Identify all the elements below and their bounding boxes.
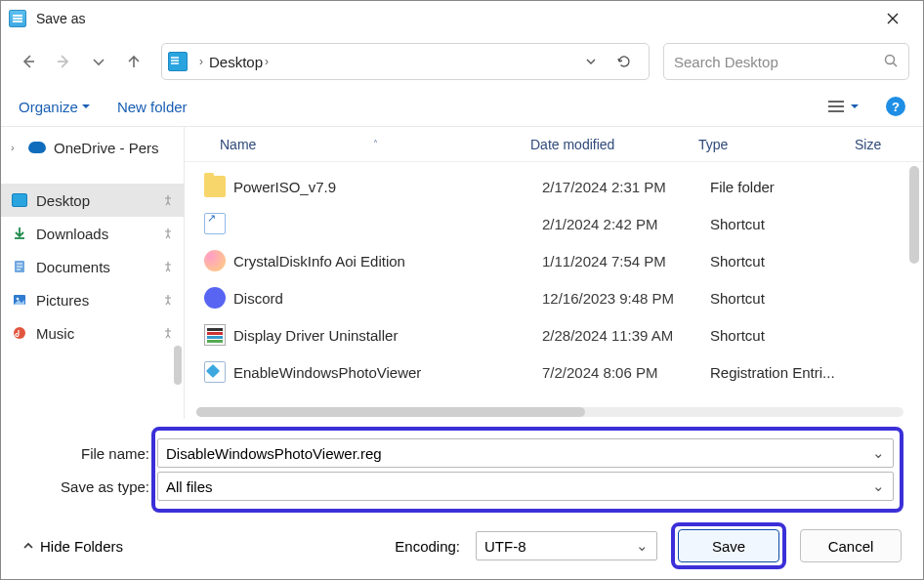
arrow-up-icon	[126, 54, 142, 69]
sidebar-scrollbar[interactable]	[174, 346, 182, 385]
discord-icon	[204, 287, 226, 309]
sidebar-item-onedrive[interactable]: › OneDrive - Pers	[1, 131, 184, 164]
breadcrumb[interactable]: Desktop	[209, 54, 263, 70]
cancel-button[interactable]: Cancel	[800, 529, 902, 562]
sidebar-item-label: Documents	[36, 259, 110, 275]
column-headers[interactable]: Name˄ Date modified Type Size	[185, 127, 923, 162]
search-input[interactable]: Search Desktop	[663, 43, 909, 80]
file-type: Registration Entri...	[710, 364, 866, 381]
file-type: Shortcut	[710, 327, 866, 344]
list-view-icon	[827, 100, 845, 113]
help-button[interactable]: ?	[886, 97, 905, 116]
arrow-left-icon	[21, 54, 36, 69]
pictures-icon	[11, 291, 28, 309]
filename-value: DisableWindowsPhotoViewer.reg	[166, 445, 382, 462]
sidebar-item-downloads[interactable]: Downloads	[1, 217, 184, 250]
sidebar-item-documents[interactable]: Documents	[1, 250, 184, 283]
saveastype-label: Save as type:	[15, 478, 157, 495]
recent-button[interactable]	[85, 48, 112, 75]
search-placeholder: Search Desktop	[674, 54, 778, 70]
sidebar-item-label: Music	[36, 325, 74, 342]
file-date: 7/2/2024 8:06 PM	[542, 364, 710, 381]
filename-input[interactable]: DisableWindowsPhotoViewer.reg ⌄	[157, 438, 894, 468]
new-folder-button[interactable]: New folder	[117, 99, 188, 115]
encoding-dropdown[interactable]: UTF-8 ⌄	[476, 531, 657, 560]
music-icon	[11, 324, 28, 342]
view-menu[interactable]	[827, 100, 859, 113]
sidebar-item-desktop[interactable]: Desktop	[1, 184, 184, 217]
save-button[interactable]: Save	[678, 529, 779, 562]
window-title: Save as	[36, 11, 86, 26]
folder-icon	[204, 176, 226, 197]
desktop-icon	[168, 52, 188, 71]
file-list-scrollbar[interactable]	[909, 166, 919, 264]
saveastype-value: All files	[166, 478, 213, 495]
chevron-right-icon: ›	[199, 55, 203, 68]
pin-icon	[162, 325, 174, 342]
title-bar: Save as	[1, 1, 923, 36]
column-type[interactable]: Type	[698, 137, 855, 152]
highlight-annotation: File name: DisableWindowsPhotoViewer.reg…	[151, 427, 903, 513]
chevron-down-icon	[585, 56, 597, 67]
close-icon	[887, 13, 899, 24]
svg-point-3	[17, 298, 20, 301]
close-button[interactable]	[870, 1, 915, 36]
highlight-annotation: Save	[671, 522, 786, 569]
address-history-button[interactable]	[574, 46, 608, 77]
cloud-icon	[28, 139, 46, 156]
file-rows: PowerISO_v7.9 2/17/2024 2:31 PM File fol…	[185, 162, 923, 419]
sidebar-item-music[interactable]: Music	[1, 316, 184, 350]
filename-label: File name:	[15, 445, 157, 462]
organize-menu[interactable]: Organize	[19, 99, 90, 115]
table-row[interactable]: Discord 12/16/2023 9:48 PM Shortcut	[185, 279, 923, 316]
file-name: Display Driver Uninstaller	[233, 327, 542, 344]
address-bar[interactable]: › Desktop ›	[161, 43, 650, 80]
sort-indicator-icon: ˄	[373, 139, 378, 149]
chevron-up-icon	[22, 540, 34, 552]
chevron-down-icon[interactable]: ⌄	[872, 444, 885, 462]
main-area: › OneDrive - Pers Desktop Downloads Docu…	[1, 126, 923, 419]
hide-folders-button[interactable]: Hide Folders	[22, 538, 123, 555]
table-row[interactable]: PowerISO_v7.9 2/17/2024 2:31 PM File fol…	[185, 168, 923, 205]
refresh-icon	[616, 54, 632, 69]
chevron-down-icon	[851, 104, 859, 112]
sidebar-item-pictures[interactable]: Pictures	[1, 283, 184, 316]
refresh-button[interactable]	[608, 46, 641, 77]
desktop-icon	[11, 191, 28, 209]
file-type: Shortcut	[710, 253, 866, 269]
column-name[interactable]: Name	[220, 137, 256, 152]
sidebar-item-label: Desktop	[36, 192, 90, 209]
pin-icon	[162, 192, 174, 209]
pin-icon	[162, 292, 174, 309]
file-date: 12/16/2023 9:48 PM	[542, 290, 710, 307]
chevron-down-icon[interactable]: ⌄	[636, 537, 649, 555]
forward-button[interactable]	[50, 48, 77, 75]
file-list-hscrollbar[interactable]	[196, 407, 903, 417]
saveastype-dropdown[interactable]: All files ⌄	[157, 472, 894, 501]
file-name: Discord	[233, 290, 542, 307]
up-button[interactable]	[120, 48, 147, 75]
document-icon	[11, 258, 28, 275]
download-icon	[11, 225, 28, 242]
file-type: File folder	[710, 179, 866, 195]
chevron-down-icon[interactable]: ⌄	[872, 477, 885, 495]
sidebar-item-label: Downloads	[36, 226, 108, 242]
sidebar-item-label: OneDrive - Pers	[54, 140, 159, 156]
notepad-icon	[9, 10, 26, 27]
form-area: File name: DisableWindowsPhotoViewer.reg…	[1, 419, 923, 513]
file-type: Shortcut	[710, 290, 866, 307]
table-row[interactable]: CrystalDiskInfo Aoi Edition 1/11/2024 7:…	[185, 242, 923, 279]
column-size[interactable]: Size	[855, 137, 911, 152]
file-type: Shortcut	[710, 216, 866, 232]
nav-row: › Desktop › Search Desktop	[1, 36, 923, 87]
chevron-right-icon: ›	[265, 55, 269, 68]
back-button[interactable]	[15, 48, 42, 75]
table-row[interactable]: Display Driver Uninstaller 2/28/2024 11:…	[185, 316, 923, 353]
column-date[interactable]: Date modified	[530, 137, 698, 152]
app-icon	[204, 324, 226, 346]
file-name: PowerISO_v7.9	[233, 179, 542, 195]
sidebar: › OneDrive - Pers Desktop Downloads Docu…	[1, 127, 185, 419]
table-row[interactable]: EnableWindowsPhotoViewer 7/2/2024 8:06 P…	[185, 353, 923, 391]
table-row[interactable]: 2/1/2024 2:42 PM Shortcut	[185, 205, 923, 242]
pin-icon	[162, 259, 174, 275]
